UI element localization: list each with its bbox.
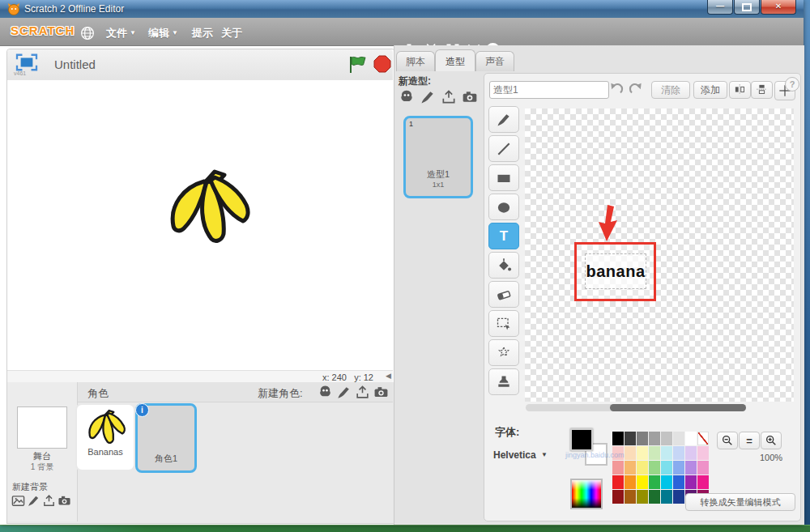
canvas-horizontal-scrollbar[interactable] bbox=[526, 404, 746, 411]
stage-backdrop-thumbnail[interactable] bbox=[17, 406, 67, 449]
color-swatch[interactable] bbox=[697, 461, 709, 475]
color-swatch[interactable] bbox=[685, 432, 697, 445]
paint-new-sprite-icon[interactable] bbox=[336, 385, 352, 400]
tab-scripts[interactable]: 脚本 bbox=[396, 51, 435, 71]
sprite-info-icon[interactable]: i bbox=[135, 403, 149, 417]
scrollbar-thumb[interactable] bbox=[610, 404, 746, 411]
color-swatch[interactable] bbox=[685, 446, 697, 460]
window-titlebar[interactable]: Scratch 2 Offline Editor — ✕ bbox=[0, 0, 804, 18]
backdrop-from-library-icon[interactable] bbox=[11, 494, 25, 508]
color-swatch[interactable] bbox=[649, 461, 660, 475]
text-tool[interactable]: T bbox=[488, 223, 519, 249]
green-flag-icon[interactable] bbox=[347, 55, 367, 74]
color-swatch[interactable] bbox=[637, 446, 648, 460]
upload-sprite-icon[interactable] bbox=[355, 385, 370, 400]
line-tool[interactable] bbox=[488, 135, 519, 162]
paint-canvas[interactable]: banana bbox=[525, 109, 794, 402]
color-swatch[interactable] bbox=[697, 475, 709, 489]
rectangle-tool[interactable] bbox=[488, 164, 519, 191]
color-gradient-picker[interactable] bbox=[570, 479, 603, 509]
color-swatch[interactable] bbox=[697, 446, 709, 460]
color-swatch[interactable] bbox=[625, 446, 636, 460]
text-selection-box[interactable]: banana bbox=[585, 253, 646, 289]
color-swatch[interactable] bbox=[673, 490, 684, 504]
foreground-color-swatch[interactable] bbox=[570, 428, 593, 451]
color-swatch[interactable] bbox=[649, 490, 660, 504]
add-button[interactable]: 添加 bbox=[693, 81, 727, 99]
zoom-out-button[interactable] bbox=[717, 432, 738, 449]
fill-tool[interactable] bbox=[488, 252, 519, 279]
flip-horizontal-button[interactable] bbox=[729, 81, 751, 99]
menu-about[interactable]: 关于 bbox=[221, 26, 242, 40]
color-swatch[interactable] bbox=[685, 461, 697, 475]
presentation-mode-icon[interactable] bbox=[14, 53, 40, 72]
color-swatch[interactable] bbox=[661, 475, 672, 489]
maximize-button[interactable] bbox=[734, 0, 760, 15]
clear-button[interactable]: 清除 bbox=[651, 81, 690, 99]
color-swatch[interactable] bbox=[612, 432, 624, 445]
color-swatch[interactable] bbox=[625, 432, 636, 445]
font-dropdown[interactable]: Helvetica ▼ bbox=[493, 449, 548, 461]
color-swatch[interactable] bbox=[637, 432, 648, 445]
redo-icon[interactable] bbox=[627, 82, 645, 98]
color-swatch[interactable] bbox=[637, 475, 648, 489]
banana-sprite-on-stage[interactable] bbox=[157, 168, 256, 249]
camera-sprite-icon[interactable] bbox=[373, 385, 389, 400]
color-swatch[interactable] bbox=[673, 461, 684, 475]
costume-list-item[interactable]: 1 造型1 1x1 bbox=[403, 116, 473, 198]
color-swatch[interactable] bbox=[673, 446, 684, 460]
paint-new-costume-icon[interactable] bbox=[420, 89, 436, 105]
ellipse-tool[interactable] bbox=[488, 194, 519, 220]
color-swatch[interactable] bbox=[649, 432, 660, 445]
eraser-tool[interactable] bbox=[488, 281, 519, 308]
collapse-stage-icon[interactable]: ◀ bbox=[386, 372, 391, 380]
color-swatch[interactable] bbox=[673, 432, 684, 445]
color-swatch[interactable] bbox=[685, 475, 697, 489]
brush-tool[interactable] bbox=[488, 106, 519, 133]
transparent-swatch[interactable] bbox=[697, 432, 709, 445]
zoom-in-button[interactable] bbox=[761, 432, 782, 449]
camera-backdrop-icon[interactable] bbox=[58, 494, 71, 508]
costume-name-input[interactable] bbox=[489, 81, 609, 99]
color-swatch[interactable] bbox=[649, 475, 660, 489]
color-swatch[interactable] bbox=[673, 475, 684, 489]
zoom-reset-button[interactable]: = bbox=[739, 432, 760, 449]
select-tool[interactable] bbox=[488, 310, 519, 337]
upload-costume-icon[interactable] bbox=[441, 89, 457, 105]
tab-sounds[interactable]: 声音 bbox=[475, 51, 514, 71]
color-swatch[interactable] bbox=[649, 446, 660, 460]
stamp-tool[interactable] bbox=[488, 368, 519, 395]
language-globe-icon[interactable] bbox=[80, 26, 95, 40]
color-swatch[interactable] bbox=[661, 446, 672, 460]
stop-sign-icon[interactable] bbox=[373, 55, 391, 73]
color-swatch[interactable] bbox=[637, 490, 648, 504]
sprite-card-bananas[interactable]: Bananas bbox=[75, 403, 135, 471]
color-swatch[interactable] bbox=[661, 490, 672, 504]
flip-vertical-button[interactable] bbox=[751, 81, 773, 99]
color-swatch[interactable] bbox=[637, 461, 648, 475]
color-swatch[interactable] bbox=[625, 490, 636, 504]
menu-tips[interactable]: 提示 bbox=[192, 26, 213, 40]
sprite-from-library-icon[interactable] bbox=[318, 385, 333, 400]
color-swatch[interactable] bbox=[612, 490, 624, 504]
color-swatch[interactable] bbox=[625, 475, 636, 489]
select-and-remove-background-tool[interactable] bbox=[488, 339, 519, 366]
paint-new-backdrop-icon[interactable] bbox=[27, 494, 40, 508]
color-swatch[interactable] bbox=[612, 461, 624, 475]
paint-help-icon[interactable]: ? bbox=[785, 77, 799, 92]
upload-backdrop-icon[interactable] bbox=[42, 494, 56, 508]
color-swatch[interactable] bbox=[612, 475, 624, 489]
undo-icon[interactable] bbox=[608, 82, 625, 98]
color-swatch[interactable] bbox=[661, 432, 672, 445]
minimize-button[interactable]: — bbox=[707, 0, 733, 15]
costume-from-library-icon[interactable] bbox=[399, 89, 415, 105]
close-button[interactable]: ✕ bbox=[761, 0, 796, 15]
tab-costumes[interactable]: 造型 bbox=[435, 49, 475, 71]
convert-to-vector-button[interactable]: 转换成矢量编辑模式 bbox=[685, 493, 795, 511]
camera-costume-icon[interactable] bbox=[462, 89, 478, 105]
sprite-card-sprite1[interactable]: i 角色1 bbox=[135, 403, 197, 473]
stage-canvas[interactable] bbox=[7, 80, 393, 370]
color-swatch[interactable] bbox=[625, 461, 636, 475]
color-swatch[interactable] bbox=[661, 461, 672, 475]
menu-edit[interactable]: 编辑▼ bbox=[148, 26, 178, 40]
